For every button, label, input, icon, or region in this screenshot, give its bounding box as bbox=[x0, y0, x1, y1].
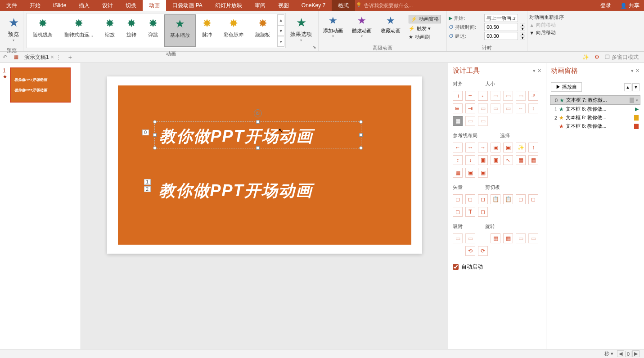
rot-2[interactable]: ▦ bbox=[503, 233, 513, 243]
tab-review[interactable]: 审阅 bbox=[248, 0, 272, 11]
select-7[interactable]: ▣ bbox=[465, 168, 475, 178]
tab-pocket-anim[interactable]: 口袋动画 PA bbox=[166, 0, 208, 11]
align-top[interactable]: ⫡ bbox=[528, 91, 538, 101]
effect-options-button[interactable]: ★ 效果选项 ▾ bbox=[286, 13, 316, 45]
resize-handle-t[interactable] bbox=[256, 120, 260, 124]
snap-2[interactable]: ▭ bbox=[465, 233, 475, 243]
anim-panel-close[interactable]: ✕ bbox=[635, 68, 639, 74]
auto-start-checkbox[interactable] bbox=[453, 264, 459, 270]
anim-list-item-2[interactable]: 2★ 文本框 8: 教你做... bbox=[550, 113, 640, 122]
delay-up[interactable]: ▲ bbox=[520, 32, 525, 36]
anim-bounce[interactable]: ✸弹跳 bbox=[143, 14, 163, 47]
seconds-label[interactable]: 秒 ▾ bbox=[604, 350, 613, 357]
guide-4[interactable]: ↑ bbox=[528, 143, 538, 152]
next-button[interactable]: ▶ bbox=[632, 350, 639, 357]
anim-basic-zoom[interactable]: ★基本缩放 bbox=[164, 14, 196, 47]
magic-icon[interactable]: ✨ bbox=[580, 54, 592, 60]
multiwindow-button[interactable]: ❐多窗口模式 bbox=[602, 54, 641, 61]
delay-input[interactable] bbox=[484, 32, 518, 40]
anim-tag-2[interactable]: 2 bbox=[144, 186, 151, 192]
rot-1[interactable]: ▦ bbox=[491, 233, 500, 243]
rot-4[interactable]: ⟳ bbox=[478, 246, 488, 256]
vec-4[interactable]: ◻ bbox=[516, 194, 526, 204]
tab-home[interactable]: 开始 bbox=[23, 0, 47, 11]
select-6[interactable]: ↖ bbox=[503, 155, 513, 165]
select-8[interactable]: ▣ bbox=[478, 168, 488, 178]
vec-5[interactable]: ◻ bbox=[528, 194, 538, 204]
anim-tag-1[interactable]: 1 bbox=[144, 179, 151, 185]
guide-7[interactable]: ▦ bbox=[516, 155, 526, 165]
select-2[interactable]: ▣ bbox=[503, 143, 513, 152]
preview-button[interactable]: ★ 预览 ▾ bbox=[2, 13, 25, 45]
tell-me-search[interactable]: 告诉我您想要做什么... bbox=[355, 2, 413, 9]
size-6[interactable]: ▭ bbox=[503, 103, 513, 113]
align-bottom[interactable]: ⫣ bbox=[465, 103, 475, 113]
textbox-8[interactable]: 教你做PPT开场动画 bbox=[159, 180, 313, 202]
tab-animation[interactable]: 动画 bbox=[143, 0, 166, 11]
guide-5[interactable]: ↕ bbox=[453, 155, 463, 165]
start-select[interactable] bbox=[484, 14, 518, 22]
align-right[interactable]: ⫠ bbox=[478, 91, 488, 101]
cool-animation-button[interactable]: ★酷炫动画▾ bbox=[349, 13, 374, 40]
tab-format[interactable]: 格式 bbox=[332, 0, 355, 11]
tab-design[interactable]: 设计 bbox=[96, 0, 119, 11]
guide-3[interactable]: → bbox=[478, 143, 488, 152]
anim-list-item-1[interactable]: 1★ 文本框 8: 教你做...▶ bbox=[550, 105, 640, 113]
size-8[interactable]: ▭ bbox=[478, 116, 488, 126]
snap-4[interactable]: ▭ bbox=[528, 233, 538, 243]
gallery-up[interactable]: ▲ bbox=[277, 14, 284, 25]
slide-thumbnail-1[interactable]: 教你做PPT开场动画 教你做PPT开场动画 bbox=[10, 67, 71, 103]
tab-islide[interactable]: iSlide bbox=[47, 0, 72, 11]
align-center-h[interactable]: ⫟ bbox=[465, 91, 475, 101]
play-from-button[interactable]: ▶ 播放自 bbox=[551, 82, 582, 92]
panel-dropdown-icon[interactable]: ▾ bbox=[533, 68, 536, 74]
anim-flip-far[interactable]: ✸翻转式由远... bbox=[59, 14, 99, 47]
prev-button[interactable]: ◀ bbox=[617, 350, 624, 357]
size-5[interactable]: ▭ bbox=[491, 103, 500, 113]
animation-dialog-launcher[interactable]: ⬊ bbox=[312, 45, 317, 50]
move-later-button[interactable]: ▼向后移动 bbox=[529, 29, 564, 36]
anim-random-lines[interactable]: ✸随机线条 bbox=[27, 14, 58, 47]
guide-8[interactable]: ▦ bbox=[528, 155, 538, 165]
tab-onekey[interactable]: OneKey 7 bbox=[295, 0, 332, 11]
guide-1[interactable]: ← bbox=[453, 143, 463, 152]
tab-insert[interactable]: 插入 bbox=[72, 0, 96, 11]
gallery-down[interactable]: ▼ bbox=[277, 25, 284, 36]
vec-3[interactable]: ◻ bbox=[478, 194, 488, 204]
select-5[interactable]: ▣ bbox=[491, 155, 500, 165]
resize-handle-r[interactable] bbox=[359, 133, 363, 137]
gallery-more[interactable]: ▾ bbox=[277, 36, 284, 47]
vec-1[interactable]: ◻ bbox=[453, 194, 463, 204]
panel-close-icon[interactable]: ✕ bbox=[537, 68, 541, 74]
rotate-handle[interactable]: ↻ bbox=[254, 109, 262, 117]
anim-list-item-0[interactable]: 0★ 文本框 7: 教你做... ▾ bbox=[550, 95, 640, 105]
rot-3[interactable]: ⟲ bbox=[465, 246, 475, 256]
textbox-7[interactable]: 教你做PPT开场动画 ↻ bbox=[154, 121, 361, 148]
select-3[interactable]: ✨ bbox=[516, 143, 526, 152]
add-animation-button[interactable]: ★添加动画▾ bbox=[320, 13, 346, 40]
tab-transition[interactable]: 切换 bbox=[119, 0, 143, 11]
align-left[interactable]: ⫞ bbox=[453, 91, 463, 101]
gear-icon[interactable]: ⚙ bbox=[592, 54, 602, 60]
anim-pulse[interactable]: ✸脉冲 bbox=[197, 14, 217, 47]
select-4[interactable]: ▣ bbox=[478, 155, 488, 165]
move-down-button[interactable]: ▼ bbox=[632, 83, 639, 91]
anim-color-pulse[interactable]: ✸彩色脉冲 bbox=[218, 14, 249, 47]
clip-2[interactable]: 📋 bbox=[503, 194, 513, 204]
collect-animation-button[interactable]: ★收藏动画 bbox=[378, 13, 403, 40]
resize-handle-l[interactable] bbox=[153, 133, 157, 137]
select-1[interactable]: ▣ bbox=[491, 143, 500, 152]
vec-6[interactable]: ◻ bbox=[453, 207, 463, 217]
tab-view[interactable]: 视图 bbox=[272, 0, 295, 11]
animation-painter-button[interactable]: ★动画刷 bbox=[409, 34, 441, 40]
dist-grid[interactable]: ▦ bbox=[453, 116, 463, 126]
size-3[interactable]: ▭ bbox=[516, 91, 526, 101]
guide-6[interactable]: ↓ bbox=[465, 155, 475, 165]
resize-handle-tr[interactable] bbox=[359, 120, 363, 124]
resize-handle-br[interactable] bbox=[359, 146, 363, 150]
dist-v[interactable]: ↕ bbox=[528, 103, 538, 113]
anim-tag-0[interactable]: 0 bbox=[142, 130, 149, 135]
slide-canvas[interactable]: 0 教你做PPT开场动画 ↻ 1 2 教你做PPT开场动画 ↖ bbox=[81, 63, 448, 358]
anim-list-item-3[interactable]: ★ 文本框 8: 教你做... bbox=[550, 122, 640, 130]
item-dropdown-icon[interactable]: ▾ bbox=[636, 98, 638, 103]
